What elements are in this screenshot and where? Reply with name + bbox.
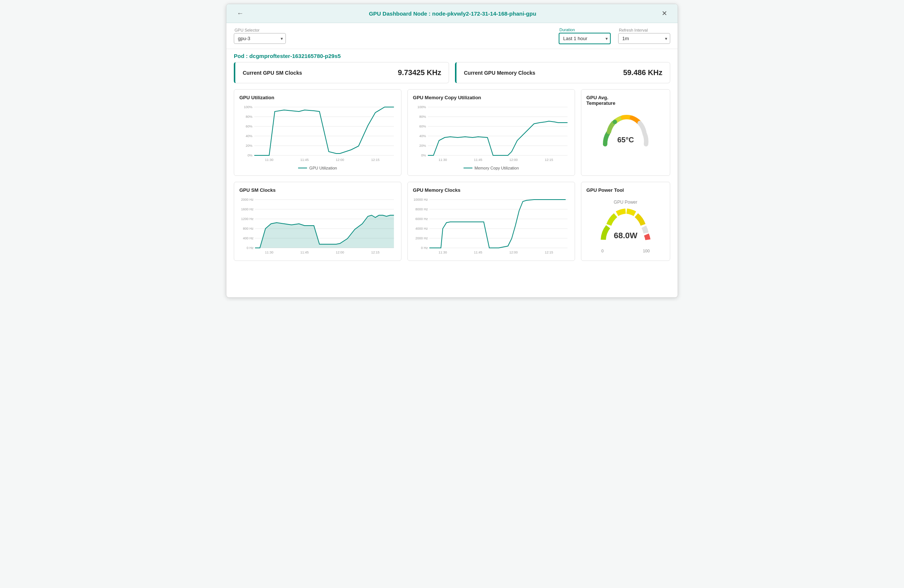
mem-copy-util-legend-label: Memory Copy Utilization <box>475 166 519 170</box>
svg-text:68.0W: 68.0W <box>614 231 637 240</box>
svg-text:40%: 40% <box>419 134 426 138</box>
svg-text:8000 Hz: 8000 Hz <box>415 207 428 211</box>
gpu-selector-label: GPU Selector <box>234 28 286 32</box>
duration-selector[interactable]: Last 15 minutes Last 30 minutes Last 1 h… <box>559 33 611 44</box>
refresh-selector-wrap: 30s 1m 5m 10m 30m <box>618 33 670 44</box>
svg-text:1600 Hz: 1600 Hz <box>241 207 254 211</box>
gpu-selector-wrap: gpu-0 gpu-1 gpu-2 gpu-3 <box>234 33 286 44</box>
close-button[interactable]: ✕ <box>659 8 670 19</box>
svg-text:65°C: 65°C <box>617 136 634 144</box>
gpu-util-legend: GPU Utilization <box>239 166 396 170</box>
svg-text:12:15: 12:15 <box>371 251 379 254</box>
svg-text:12:15: 12:15 <box>371 158 379 162</box>
title-text: GPU Dashboard <box>369 10 411 17</box>
legend-line-gpu-util <box>298 168 307 168</box>
svg-text:12:00: 12:00 <box>509 158 518 162</box>
title-bar: ← GPU Dashboard Node : node-pkvwly2-172-… <box>226 4 678 23</box>
svg-text:60%: 60% <box>419 125 426 128</box>
mem-copy-util-title: GPU Memory Copy Utilization <box>413 95 569 100</box>
svg-text:11:30: 11:30 <box>439 251 447 254</box>
svg-text:11:30: 11:30 <box>265 251 273 254</box>
duration-label: Duration <box>559 27 611 32</box>
pod-name: dcgmproftester-1632165780-p29s5 <box>250 53 341 59</box>
svg-text:10000 Hz: 10000 Hz <box>413 198 428 201</box>
svg-text:11:45: 11:45 <box>474 251 482 254</box>
refresh-selector-group: Refresh Interval 30s 1m 5m 10m 30m <box>618 28 670 44</box>
mem-clocks-title: GPU Memory Clocks <box>413 187 569 193</box>
sm-clocks-label: Current GPU SM Clocks <box>243 70 302 76</box>
svg-text:11:45: 11:45 <box>300 158 309 162</box>
sm-clocks-title: GPU SM Clocks <box>239 187 396 193</box>
temp-gauge-container: 65°C <box>586 109 665 150</box>
duration-selector-group: Duration Last 15 minutes Last 30 minutes… <box>559 27 611 44</box>
toolbar: GPU Selector gpu-0 gpu-1 gpu-2 gpu-3 Dur… <box>226 23 678 49</box>
svg-text:80%: 80% <box>246 115 252 119</box>
charts-row-2: GPU SM Clocks 2000 Hz 1600 Hz 1200 Hz 80… <box>234 182 670 261</box>
power-scale: 0 100 <box>601 249 650 253</box>
svg-text:100%: 100% <box>417 105 426 109</box>
gpu-util-title: GPU Utilization <box>239 95 396 100</box>
svg-text:800 Hz: 800 Hz <box>243 227 254 231</box>
temp-gauge-title: GPU Avg.Temperature <box>586 95 665 106</box>
gpu-selector-group: GPU Selector gpu-0 gpu-1 gpu-2 gpu-3 <box>234 28 286 44</box>
stat-row: Current GPU SM Clocks 9.73425 KHz Curren… <box>234 62 670 83</box>
gpu-util-chart: 100% 80% 60% 40% 20% 0% 11:30 11:45 12:0… <box>239 103 396 163</box>
svg-point-32 <box>613 120 617 124</box>
power-min: 0 <box>601 249 604 253</box>
svg-text:60%: 60% <box>246 125 252 128</box>
svg-text:400 Hz: 400 Hz <box>243 236 254 240</box>
svg-text:1200 Hz: 1200 Hz <box>241 217 254 221</box>
node-label: Node : node-pkvwly2-172-31-14-168-phani-… <box>413 10 536 17</box>
charts-row-1: GPU Utilization 100% 80% 60% <box>234 89 670 176</box>
mem-clocks-card: GPU Memory Clocks 10000 Hz 8000 Hz 6000 … <box>408 182 575 261</box>
sm-clocks-card: GPU SM Clocks 2000 Hz 1600 Hz 1200 Hz 80… <box>234 182 401 261</box>
stat-card-mem-clocks: Current GPU Memory Clocks 59.486 KHz <box>455 62 670 83</box>
mem-clocks-value: 59.486 KHz <box>623 68 662 77</box>
svg-text:11:45: 11:45 <box>474 158 482 162</box>
mem-clocks-label: Current GPU Memory Clocks <box>464 70 535 76</box>
mem-copy-util-card: GPU Memory Copy Utilization 100% 80% 60%… <box>408 89 575 176</box>
svg-text:11:30: 11:30 <box>439 158 447 162</box>
gpu-util-card: GPU Utilization 100% 80% 60% <box>234 89 401 176</box>
sm-clocks-value: 9.73425 KHz <box>398 68 441 77</box>
svg-text:100%: 100% <box>244 105 252 109</box>
main-content: Current GPU SM Clocks 9.73425 KHz Curren… <box>226 62 678 274</box>
svg-text:20%: 20% <box>419 144 426 147</box>
back-button[interactable]: ← <box>234 8 247 19</box>
svg-text:12:00: 12:00 <box>336 251 344 254</box>
mem-copy-util-chart: 100% 80% 60% 40% 20% 0% 11:30 11:45 12:0… <box>413 103 569 163</box>
temp-gauge-card: GPU Avg.Temperature <box>581 89 670 176</box>
svg-text:12:00: 12:00 <box>336 158 344 162</box>
svg-text:0 Hz: 0 Hz <box>247 246 254 250</box>
svg-text:80%: 80% <box>419 115 426 119</box>
svg-text:0 Hz: 0 Hz <box>421 246 428 250</box>
refresh-selector[interactable]: 30s 1m 5m 10m 30m <box>618 33 670 44</box>
svg-text:4000 Hz: 4000 Hz <box>415 227 428 231</box>
svg-text:12:00: 12:00 <box>509 251 518 254</box>
svg-marker-50 <box>255 215 394 248</box>
app-window: ← GPU Dashboard Node : node-pkvwly2-172-… <box>226 4 678 298</box>
svg-text:6000 Hz: 6000 Hz <box>415 217 428 221</box>
power-max: 100 <box>643 249 650 253</box>
refresh-label: Refresh Interval <box>618 28 670 32</box>
window-title: GPU Dashboard Node : node-pkvwly2-172-31… <box>247 10 659 17</box>
svg-text:2000 Hz: 2000 Hz <box>241 198 254 201</box>
duration-selector-wrap: Last 15 minutes Last 30 minutes Last 1 h… <box>559 33 611 44</box>
svg-text:2000 Hz: 2000 Hz <box>415 236 428 240</box>
stat-card-sm-clocks: Current GPU SM Clocks 9.73425 KHz <box>234 62 449 83</box>
svg-text:12:15: 12:15 <box>545 158 553 162</box>
power-gauge-card: GPU Power Tool GPU Power <box>581 182 670 261</box>
svg-text:11:30: 11:30 <box>265 158 273 162</box>
mem-copy-util-legend: Memory Copy Utilization <box>413 166 569 170</box>
power-gauge-sublabel: GPU Power <box>614 199 637 205</box>
legend-line-mem-copy <box>463 168 473 168</box>
svg-text:40%: 40% <box>246 134 252 138</box>
svg-text:0%: 0% <box>248 153 252 157</box>
power-gauge-container: GPU Power <box>586 196 665 253</box>
svg-text:0%: 0% <box>421 153 426 157</box>
mem-clocks-chart: 10000 Hz 8000 Hz 6000 Hz 4000 Hz 2000 Hz… <box>413 196 569 255</box>
svg-text:12:15: 12:15 <box>545 251 553 254</box>
gpu-selector[interactable]: gpu-0 gpu-1 gpu-2 gpu-3 <box>234 33 286 44</box>
gpu-util-legend-label: GPU Utilization <box>309 166 337 170</box>
svg-text:11:45: 11:45 <box>300 251 309 254</box>
